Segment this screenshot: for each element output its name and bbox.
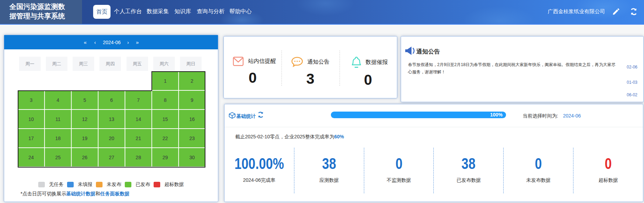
svg-text:29: 29	[163, 155, 168, 160]
svg-text:19: 19	[82, 136, 88, 141]
svg-text:23: 23	[189, 136, 195, 141]
svg-text:18: 18	[55, 136, 61, 141]
svg-text:26: 26	[82, 155, 88, 160]
svg-text:3: 3	[30, 97, 33, 103]
svg-text:30: 30	[189, 155, 195, 160]
svg-text:16: 16	[189, 116, 195, 122]
svg-text:5: 5	[83, 97, 86, 103]
svg-text:22: 22	[163, 136, 168, 141]
svg-text:28: 28	[136, 155, 141, 160]
svg-text:7: 7	[137, 97, 140, 103]
svg-text:9: 9	[191, 97, 194, 103]
svg-text:8: 8	[164, 97, 166, 103]
svg-text:4: 4	[57, 97, 59, 103]
svg-text:12: 12	[82, 116, 88, 122]
svg-text:17: 17	[28, 136, 34, 141]
svg-text:27: 27	[109, 155, 114, 160]
svg-text:21: 21	[136, 136, 141, 141]
svg-text:10: 10	[28, 116, 34, 122]
svg-text:20: 20	[109, 136, 114, 141]
svg-text:13: 13	[109, 116, 114, 122]
svg-text:11: 11	[55, 116, 60, 122]
svg-text:1: 1	[164, 78, 166, 84]
svg-text:15: 15	[163, 116, 168, 122]
svg-text:14: 14	[136, 116, 141, 122]
svg-text:2: 2	[191, 78, 194, 84]
svg-text:6: 6	[110, 97, 113, 103]
svg-text:25: 25	[55, 155, 61, 160]
svg-text:24: 24	[28, 155, 34, 160]
